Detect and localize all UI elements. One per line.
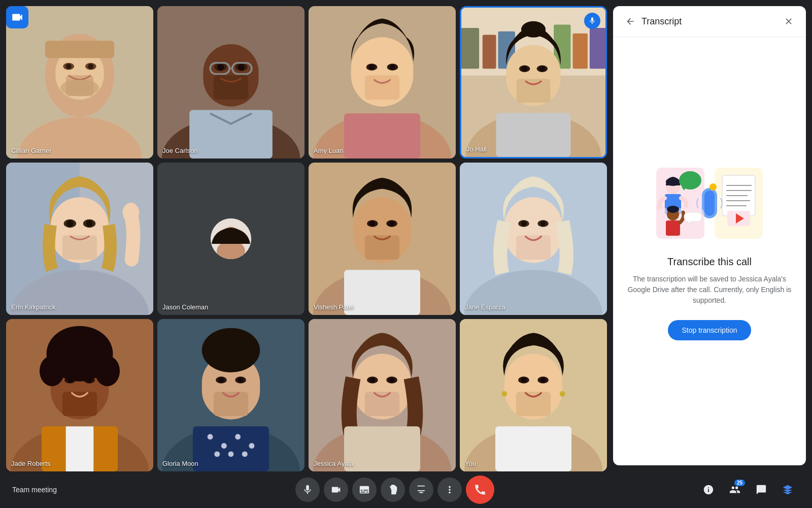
svg-rect-10 — [45, 41, 114, 58]
video-tile-you[interactable]: You — [460, 319, 607, 471]
svg-point-7 — [66, 64, 72, 69]
svg-point-133 — [501, 391, 507, 397]
svg-rect-84 — [62, 392, 97, 416]
video-tile-jo-hall[interactable]: Jo Hall — [460, 6, 607, 158]
svg-rect-31 — [344, 113, 420, 158]
captions-button[interactable] — [352, 478, 377, 502]
svg-rect-26 — [365, 75, 399, 100]
svg-point-132 — [540, 377, 546, 383]
svg-point-109 — [235, 434, 241, 439]
participant-name-erin: Erin Kirkpatrick — [11, 303, 55, 311]
svg-point-157 — [667, 206, 679, 213]
svg-rect-42 — [517, 79, 551, 103]
more-options-button[interactable] — [437, 478, 462, 502]
video-tile-jane-esparza[interactable]: Jane Esparza — [460, 163, 607, 315]
svg-point-17 — [217, 64, 224, 71]
svg-rect-123 — [344, 426, 420, 471]
svg-point-134 — [560, 391, 565, 397]
video-tile-jason-coleman[interactable]: Jason Coleman — [157, 163, 304, 315]
svg-point-79 — [521, 221, 526, 227]
svg-point-56 — [66, 220, 74, 227]
svg-point-103 — [238, 377, 244, 383]
video-grid: Cillian Garner — [6, 6, 607, 471]
avatar-jason-coleman — [211, 218, 251, 259]
meeting-title: Team meeting — [12, 486, 93, 494]
participant-name-jane: Jane Esparza — [465, 303, 505, 311]
svg-rect-72 — [344, 270, 420, 315]
svg-point-93 — [87, 347, 108, 368]
video-tile-erin-kirkpatrick[interactable]: Erin Kirkpatrick — [6, 163, 153, 315]
transcript-back-button[interactable] — [623, 14, 637, 28]
video-tile-cillian-garner[interactable]: Cillian Garner — [6, 6, 153, 158]
svg-point-80 — [540, 221, 546, 227]
microphone-button[interactable] — [295, 478, 320, 502]
transcript-close-button[interactable] — [782, 14, 796, 28]
video-tile-jessica-ayala[interactable]: Jessica Ayala — [309, 319, 456, 471]
transcript-panel: Transcript — [613, 6, 806, 465]
svg-point-92 — [52, 347, 73, 368]
svg-point-58 — [123, 203, 140, 222]
participant-name-amy: Amy Luan — [314, 147, 344, 154]
participant-name-vishesh: Vishesh Patel — [314, 303, 354, 311]
participant-name-gloria: Gloria Moon — [162, 460, 198, 467]
svg-rect-99 — [214, 392, 248, 416]
transcript-header: Transcript — [613, 6, 806, 37]
participant-name-jade: Jade Roberts — [11, 460, 50, 467]
svg-point-122 — [389, 377, 395, 383]
svg-rect-95 — [66, 426, 94, 471]
svg-rect-128 — [516, 392, 551, 416]
app-icon — [6, 6, 28, 28]
svg-point-8 — [88, 64, 93, 69]
svg-point-70 — [369, 221, 375, 227]
svg-point-18 — [238, 64, 245, 71]
participant-name-jo: Jo Hall — [466, 145, 487, 153]
svg-point-57 — [86, 220, 93, 227]
present-button[interactable] — [409, 478, 433, 502]
svg-rect-38 — [573, 34, 588, 69]
svg-point-9 — [60, 80, 99, 97]
activities-button[interactable] — [775, 478, 800, 502]
svg-rect-14 — [214, 75, 248, 100]
svg-rect-35 — [483, 35, 496, 69]
svg-point-29 — [369, 65, 375, 70]
svg-rect-34 — [461, 28, 479, 69]
svg-rect-159 — [684, 212, 702, 221]
stop-transcription-button[interactable]: Stop transcription — [668, 320, 752, 340]
svg-rect-106 — [193, 426, 269, 471]
speaking-indicator — [584, 13, 600, 29]
svg-rect-153 — [704, 190, 715, 216]
controls — [295, 475, 494, 504]
video-tile-vishesh-patel[interactable]: Vishesh Patel — [309, 163, 456, 315]
participant-name-joe: Joe Carlson — [162, 147, 197, 154]
svg-rect-48 — [496, 113, 571, 157]
svg-point-47 — [521, 21, 546, 38]
participant-name-you: You — [465, 460, 476, 467]
info-button[interactable] — [696, 478, 721, 502]
raise-hand-button[interactable] — [381, 478, 405, 502]
svg-point-112 — [228, 451, 234, 457]
camera-button[interactable] — [324, 478, 348, 502]
participant-name-jason: Jason Coleman — [162, 303, 208, 311]
svg-rect-39 — [590, 28, 605, 69]
svg-rect-76 — [516, 235, 551, 260]
svg-point-111 — [214, 451, 220, 457]
svg-point-71 — [389, 221, 395, 227]
svg-point-102 — [218, 377, 224, 383]
svg-rect-118 — [365, 392, 399, 416]
participant-name-jessica: Jessica Ayala — [314, 460, 354, 467]
svg-point-121 — [369, 377, 375, 383]
end-call-button[interactable] — [466, 475, 494, 504]
video-tile-gloria-moon[interactable]: Gloria Moon — [157, 319, 304, 471]
video-tile-joe-carlson[interactable]: Joe Carlson — [157, 6, 304, 158]
people-count-badge: 25 — [734, 480, 745, 486]
bottom-bar: Team meeting — [0, 471, 812, 508]
people-button[interactable]: 25 — [723, 478, 747, 502]
svg-point-154 — [709, 183, 717, 190]
svg-point-113 — [242, 451, 248, 457]
participant-name-cillian: Cillian Garner — [11, 147, 51, 154]
chat-button[interactable] — [749, 478, 773, 502]
svg-point-30 — [390, 65, 395, 70]
video-tile-jade-roberts[interactable]: Jade Roberts — [6, 319, 153, 471]
svg-point-107 — [208, 434, 213, 439]
video-tile-amy-luan[interactable]: Amy Luan — [309, 6, 456, 158]
